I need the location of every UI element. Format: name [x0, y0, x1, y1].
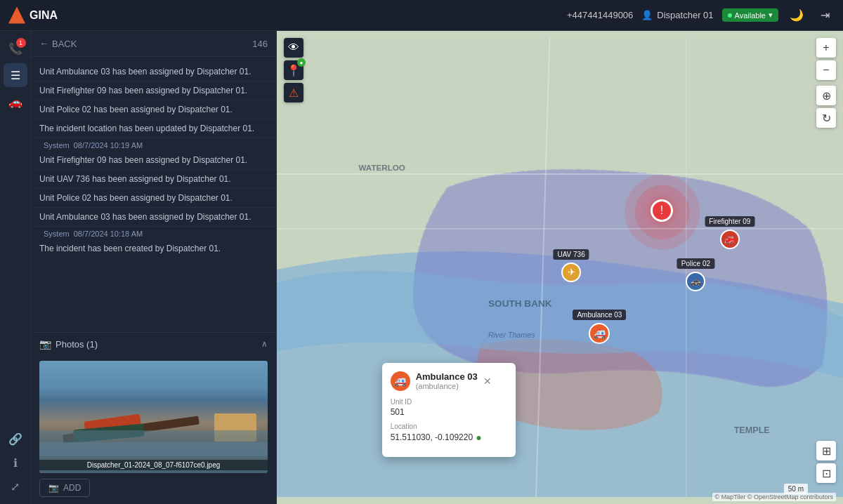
list-item: The incident location has been updated b…: [31, 119, 276, 138]
map-attribution: © MapTiler © OpenStreetMap contributors: [712, 493, 837, 501]
photos-section: 📷 Photos (1) ∧ Dispatcher_: [31, 332, 276, 504]
firefighter09-label: Firefighter 09: [705, 216, 754, 227]
back-arrow-icon: ←: [39, 38, 49, 49]
svg-text:TEMPLE: TEMPLE: [734, 425, 770, 435]
svg-text:River Thames: River Thames: [488, 331, 535, 339]
main-layout: 📞 1 ☰ 🚗 🔗 ℹ ⤢ ← BACK 146: [0, 31, 843, 504]
eye-toggle-button[interactable]: 👁: [284, 38, 303, 58]
status-badge[interactable]: Available ▾: [722, 8, 778, 22]
popup-location-field: Location 51.511030, -0.109220 ●: [391, 423, 507, 443]
uav-icon: ✈: [561, 263, 581, 282]
chevron-down-icon: ▾: [769, 11, 773, 20]
ambulance-icon: 🚑: [589, 323, 610, 344]
sidebar-item-link[interactable]: 🔗: [4, 427, 27, 451]
sidebar-item-units[interactable]: 🚗: [4, 90, 27, 114]
sidebar-bottom: 🔗 ℹ ⤢: [4, 427, 27, 498]
layers-button[interactable]: ⊞: [816, 441, 836, 460]
firefighter09-marker[interactable]: Firefighter 09 🚒: [720, 230, 740, 249]
add-label: ADD: [63, 483, 81, 493]
logo-icon: [8, 7, 25, 24]
units-icon: 🚗: [8, 95, 22, 109]
incidents-icon: ☰: [11, 69, 20, 82]
unit-popup: 🚑 Ambulance 03 (ambulance) ✕ Unit ID 501…: [382, 363, 516, 457]
uav736-marker[interactable]: UAV 736 ✈: [561, 263, 581, 282]
list-item: Unit Ambulance 03 has been assigned by D…: [31, 208, 276, 227]
expand-icon: ⤢: [11, 480, 20, 493]
sidebar-item-expand[interactable]: ⤢: [4, 475, 27, 498]
popup-unit-name: Ambulance 03: [416, 371, 478, 382]
app-name: GINA: [30, 9, 58, 22]
photo-filename: Dispatcher_01-2024_08_07-f6107ce0.jpeg: [39, 460, 268, 470]
rotate-button[interactable]: ↻: [816, 108, 836, 128]
police02-marker[interactable]: Police 02 🚓: [686, 272, 705, 291]
svg-text:WATERLOO: WATERLOO: [359, 163, 405, 172]
add-photo-button[interactable]: 📷 ADD: [39, 479, 90, 497]
activity-count: 146: [252, 39, 268, 49]
firefighter-icon: 🚒: [720, 230, 740, 249]
extent-button[interactable]: ⊡: [816, 463, 836, 483]
user-icon: 👤: [641, 10, 653, 20]
info-icon: ℹ: [13, 456, 18, 470]
map-right-controls: + − ⊕ ↻: [816, 38, 836, 128]
activity-feed: Unit Ambulance 03 has been assigned by D…: [31, 57, 276, 332]
unit-popup-header: 🚑 Ambulance 03 (ambulance) ✕: [391, 371, 507, 391]
dispatcher-name: Dispatcher 01: [657, 10, 713, 20]
svg-text:SOUTH BANK: SOUTH BANK: [488, 298, 552, 309]
popup-unit-type: (ambulance): [416, 382, 478, 390]
app-logo: GINA: [8, 7, 58, 24]
phone-number: +447441449006: [567, 10, 633, 20]
sidebar-item-info[interactable]: ℹ: [4, 451, 27, 475]
list-item: Unit UAV 736 has been assigned by Dispat…: [31, 170, 276, 189]
status-label: Available: [735, 11, 766, 20]
list-item: The incident has been created by Dispatc…: [31, 239, 276, 258]
police-icon: 🚓: [686, 272, 705, 291]
sidebar-item-phone[interactable]: 📞 1: [4, 37, 27, 60]
location-pin-button[interactable]: 📍 ●: [284, 60, 303, 80]
link-icon: 🔗: [8, 432, 22, 446]
compass-button[interactable]: ⊕: [816, 86, 836, 105]
incident-marker[interactable]: !: [651, 199, 673, 222]
unit-id-label: Unit ID: [391, 398, 507, 406]
alert-button[interactable]: ⚠: [284, 83, 303, 102]
topbar: GINA +447441449006 👤 Dispatcher 01 Avail…: [0, 0, 843, 31]
location-dot-icon[interactable]: ●: [476, 432, 481, 443]
popup-title-wrap: Ambulance 03 (ambulance): [416, 371, 478, 390]
map-bottom-controls: ⊞ ⊡: [816, 441, 836, 483]
list-item: Unit Police 02 has been assigned by Disp…: [31, 100, 276, 119]
map-container[interactable]: SOUTH BANK River Thames TEMPLE WATERLOO …: [277, 31, 843, 504]
panel-header: ← BACK 146: [31, 31, 276, 57]
logout-button[interactable]: ⇥: [815, 6, 835, 25]
photo-scene: [39, 361, 268, 473]
popup-unit-id-field: Unit ID 501: [391, 398, 507, 417]
sidebar-item-incidents[interactable]: ☰: [4, 63, 27, 87]
photo-thumbnail[interactable]: Dispatcher_01-2024_08_07-f6107ce0.jpeg: [39, 361, 268, 473]
map-svg: SOUTH BANK River Thames TEMPLE WATERLOO: [277, 31, 843, 504]
uav736-label: UAV 736: [553, 249, 589, 260]
location-label: Location: [391, 423, 507, 430]
list-item: Unit Police 02 has been assigned by Disp…: [31, 189, 276, 208]
scale-label: 50 m: [788, 485, 804, 493]
zoom-in-button[interactable]: +: [816, 38, 836, 58]
photos-header[interactable]: 📷 Photos (1) ∧: [31, 333, 276, 355]
dark-mode-button[interactable]: 🌙: [787, 6, 806, 25]
incident-icon: !: [651, 199, 673, 222]
dispatcher-info: 👤 Dispatcher 01: [641, 10, 713, 20]
ambulance03-label: Ambulance 03: [573, 310, 626, 320]
photos-grid: Dispatcher_01-2024_08_07-f6107ce0.jpeg: [31, 355, 276, 479]
camera-small-icon: 📷: [48, 483, 59, 493]
popup-close-button[interactable]: ✕: [483, 376, 492, 387]
system-label-1: System08/7/2024 10:19 AM: [31, 138, 276, 151]
zoom-out-button[interactable]: −: [816, 60, 836, 80]
topbar-right: +447441449006 👤 Dispatcher 01 Available …: [567, 6, 835, 25]
notification-badge: 1: [16, 38, 26, 48]
sidebar-icons: 📞 1 ☰ 🚗 🔗 ℹ ⤢: [0, 31, 31, 504]
location-text: 51.511030, -0.109220: [391, 432, 473, 442]
location-value: 51.511030, -0.109220 ●: [391, 432, 507, 443]
unit-id-value: 501: [391, 407, 507, 417]
camera-icon: 📷: [39, 338, 51, 350]
back-label: BACK: [52, 39, 77, 49]
list-item: Unit Firefighter 09 has been assigned by…: [31, 81, 276, 100]
list-item: Unit Firefighter 09 has been assigned by…: [31, 151, 276, 170]
ambulance03-marker[interactable]: Ambulance 03 🚑: [589, 323, 610, 344]
back-button[interactable]: ← BACK: [39, 38, 77, 49]
